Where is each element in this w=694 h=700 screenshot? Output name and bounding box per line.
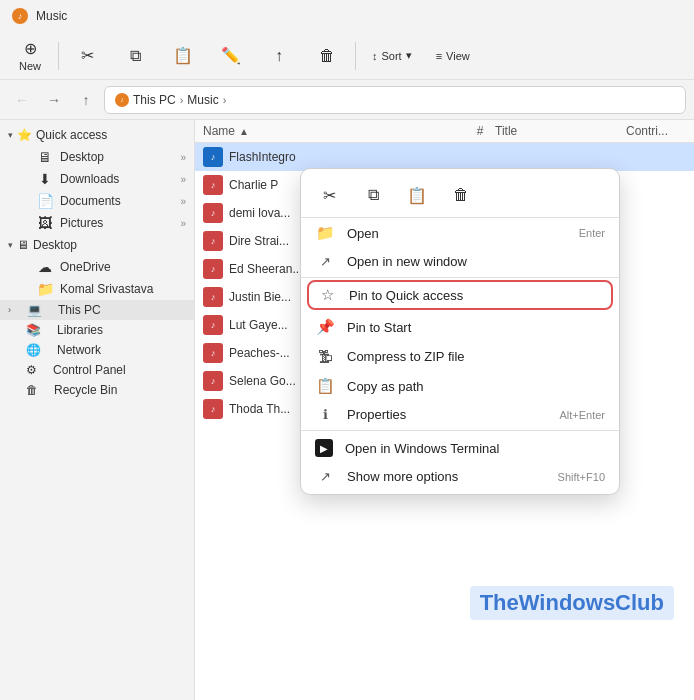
sort-arrows-icon: ↕ [372, 50, 378, 62]
app-icon [12, 8, 28, 24]
sort-button[interactable]: ↕ Sort ▾ [362, 45, 422, 66]
back-button[interactable]: ← [8, 86, 36, 114]
ctx-more-options-shortcut: Shift+F10 [558, 471, 605, 483]
sidebar-item-control-panel[interactable]: ⚙ Control Panel [0, 360, 194, 380]
sidebar-desktop-label: Desktop [60, 150, 104, 164]
sort-chevron-icon: ▾ [406, 49, 412, 62]
ctx-open-new-icon: ↗ [315, 254, 335, 269]
title-bar: Music [0, 0, 694, 32]
ctx-item-copy-path[interactable]: 📋 Copy as path [301, 371, 619, 401]
copy-icon: ⧉ [130, 47, 141, 65]
ctx-item-pin-quick-access[interactable]: ☆ Pin to Quick access [307, 280, 613, 310]
sidebar-item-this-pc[interactable]: › 💻 This PC [0, 300, 194, 320]
delete-button[interactable]: 🗑 [305, 43, 349, 69]
sidebar-item-komal[interactable]: 📁 Komal Srivastava [0, 278, 194, 300]
window-title: Music [36, 9, 67, 23]
file-item-flashintegro[interactable]: ♪ FlashIntegro [195, 143, 694, 171]
ctx-more-options-icon: ↗ [315, 469, 335, 484]
ctx-item-pin-start[interactable]: 📌 Pin to Start [301, 312, 619, 342]
sidebar-item-desktop[interactable]: 🖥 Desktop » [0, 146, 194, 168]
ctx-copy-button[interactable]: ⧉ [357, 179, 389, 211]
view-icon: ≡ [436, 50, 442, 62]
ctx-item-open-new-window[interactable]: ↗ Open in new window [301, 248, 619, 275]
ctx-compress-label: Compress to ZIP file [347, 349, 465, 364]
ctx-properties-label: Properties [347, 407, 406, 422]
sidebar-documents-label: Documents [60, 194, 121, 208]
new-button[interactable]: ⊕ New [8, 35, 52, 76]
lut-icon: ♪ [203, 315, 223, 335]
ctx-open-new-label: Open in new window [347, 254, 467, 269]
ctx-item-more-options[interactable]: ↗ Show more options Shift+F10 [301, 463, 619, 490]
chevron-down-icon: ▾ [8, 130, 13, 140]
copy-button[interactable]: ⧉ [113, 43, 157, 69]
breadcrumb-sep-2: › [223, 94, 227, 106]
view-label: View [446, 50, 470, 62]
rename-button[interactable]: ✏️ [209, 42, 253, 69]
control-panel-icon: ⚙ [26, 363, 37, 377]
justin-icon: ♪ [203, 287, 223, 307]
ctx-open-icon: 📁 [315, 224, 335, 242]
sidebar-this-pc-label: This PC [58, 303, 101, 317]
ctx-paste-button[interactable]: 📋 [401, 179, 433, 211]
demi-icon: ♪ [203, 203, 223, 223]
sidebar-section-desktop[interactable]: ▾ 🖥 Desktop [0, 234, 194, 256]
cut-button[interactable]: ✂ [65, 42, 109, 69]
flashintegro-icon: ♪ [203, 147, 223, 167]
ctx-pin-quick-label: Pin to Quick access [349, 288, 463, 303]
breadcrumb[interactable]: This PC › Music › [104, 86, 686, 114]
paste-button[interactable]: 📋 [161, 42, 205, 69]
libraries-icon: 📚 [26, 323, 41, 337]
sidebar: ▾ ⭐ Quick access 🖥 Desktop » ⬇ Downloads… [0, 120, 195, 700]
ctx-terminal-label: Open in Windows Terminal [345, 441, 499, 456]
rename-icon: ✏️ [221, 46, 241, 65]
content-area: Name ▲ # Title Contri... ♪ FlashIntegro … [195, 120, 694, 700]
sidebar-item-pictures[interactable]: 🖼 Pictures » [0, 212, 194, 234]
up-button[interactable]: ↑ [72, 86, 100, 114]
sidebar-item-onedrive[interactable]: ☁ OneDrive [0, 256, 194, 278]
ctx-copy-path-icon: 📋 [315, 377, 335, 395]
col-header-name[interactable]: Name ▲ [203, 124, 465, 138]
share-icon: ↑ [275, 47, 283, 65]
nav-bar: ← → ↑ This PC › Music › [0, 80, 694, 120]
sidebar-recycle-bin-label: Recycle Bin [54, 383, 117, 397]
ctx-copy-path-label: Copy as path [347, 379, 424, 394]
ctx-pin-quick-icon: ☆ [317, 286, 337, 304]
col-header-num[interactable]: # [465, 124, 495, 138]
col-header-contrib[interactable]: Contri... [626, 124, 686, 138]
view-button[interactable]: ≡ View [426, 46, 480, 66]
ctx-trash-button[interactable]: 🗑 [445, 179, 477, 211]
main-layout: ▾ ⭐ Quick access 🖥 Desktop » ⬇ Downloads… [0, 120, 694, 700]
ctx-cut-button[interactable]: ✂ [313, 179, 345, 211]
sidebar-item-documents[interactable]: 📄 Documents » [0, 190, 194, 212]
ctx-more-options-label: Show more options [347, 469, 458, 484]
sidebar-network-label: Network [57, 343, 101, 357]
col-header-title[interactable]: Title [495, 124, 626, 138]
ctx-pin-start-label: Pin to Start [347, 320, 411, 335]
documents-icon: 📄 [36, 193, 54, 209]
sidebar-item-network[interactable]: 🌐 Network [0, 340, 194, 360]
breadcrumb-thispc: This PC [133, 93, 176, 107]
forward-button[interactable]: → [40, 86, 68, 114]
chevron-down-icon-2: ▾ [8, 240, 13, 250]
ctx-item-compress[interactable]: 🗜 Compress to ZIP file [301, 342, 619, 371]
ctx-terminal-icon: ▶ [315, 439, 333, 457]
ctx-item-properties[interactable]: ℹ Properties Alt+Enter [301, 401, 619, 428]
selena-icon: ♪ [203, 371, 223, 391]
pin-icon-doc: » [180, 196, 186, 207]
quick-access-star-icon: ⭐ [17, 128, 32, 142]
ctx-item-open[interactable]: 📁 Open Enter [301, 218, 619, 248]
desktop2-icon: 🖥 [17, 238, 29, 252]
sidebar-quick-access-label: Quick access [36, 128, 107, 142]
ctx-item-open-terminal[interactable]: ▶ Open in Windows Terminal [301, 433, 619, 463]
sidebar-section-quick-access[interactable]: ▾ ⭐ Quick access [0, 124, 194, 146]
share-button[interactable]: ↑ [257, 43, 301, 69]
sidebar-item-recycle-bin[interactable]: 🗑 Recycle Bin [0, 380, 194, 400]
this-pc-icon: 💻 [27, 303, 42, 317]
toolbar-sep-2 [355, 42, 356, 70]
file-list-header: Name ▲ # Title Contri... [195, 120, 694, 143]
ctx-properties-icon: ℹ [315, 407, 335, 422]
sidebar-item-libraries[interactable]: 📚 Libraries [0, 320, 194, 340]
sidebar-item-downloads[interactable]: ⬇ Downloads » [0, 168, 194, 190]
breadcrumb-music-icon [115, 93, 129, 107]
context-menu: ✂ ⧉ 📋 🗑 📁 Open Enter ↗ Open in new windo… [300, 168, 620, 495]
